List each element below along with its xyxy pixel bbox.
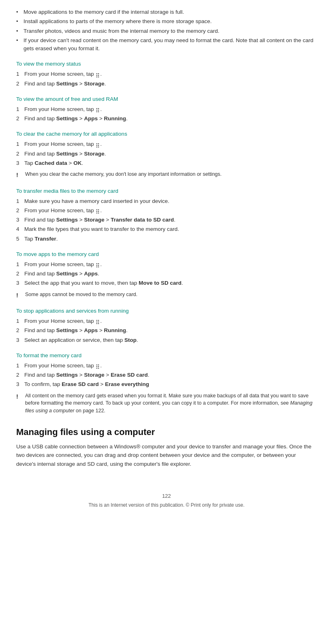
step-3: 3 Find and tap Settings > Storage > Tran… <box>16 216 317 224</box>
step-text: Tap Transfer. <box>24 235 317 243</box>
step-4: 4 Mark the file types that you want to t… <box>16 225 317 233</box>
step-num: 2 <box>16 371 24 379</box>
warning-format-card: ! All content on the memory card gets er… <box>16 392 317 415</box>
apps-icon: ⠿ <box>96 142 100 147</box>
heading-view-ram: To view the amount of free and used RAM <box>16 96 317 102</box>
bullet-item-1: Move applications to the memory card if … <box>16 8 317 16</box>
step-num: 1 <box>16 140 24 148</box>
step-text: Find and tap Settings > Storage > Erase … <box>24 371 317 379</box>
step-num: 1 <box>16 70 24 78</box>
step-text: Find and tap Settings > Storage. <box>24 80 317 88</box>
step-num: 2 <box>16 80 24 88</box>
bullet-item-4: If your device can't read content on the… <box>16 36 317 53</box>
step-num: 1 <box>16 362 24 370</box>
step-text: From your Home screen, tap ⠿. <box>24 70 317 78</box>
step-num: 5 <box>16 235 24 243</box>
step-text: Find and tap Settings > Storage. <box>24 150 317 158</box>
step-1: 1 Make sure you have a memory card inser… <box>16 197 317 205</box>
section-clear-cache: To clear the cache memory for all applic… <box>16 131 317 179</box>
steps-view-memory-status: 1 From your Home screen, tap ⠿. 2 Find a… <box>16 70 317 88</box>
step-num: 2 <box>16 150 24 158</box>
step-text: From your Home screen, tap ⠿. <box>24 317 317 325</box>
step-5: 5 Tap Transfer. <box>16 235 317 243</box>
step-text: From your Home screen, tap ⠿. <box>24 140 317 148</box>
step-text: To confirm, tap Erase SD card > Erase ev… <box>24 380 317 388</box>
steps-clear-cache: 1 From your Home screen, tap ⠿. 2 Find a… <box>16 140 317 167</box>
step-num: 4 <box>16 225 24 233</box>
step-1: 1 From your Home screen, tap ⠿. <box>16 317 317 325</box>
step-2: 2 Find and tap Settings > Apps > Running… <box>16 326 317 335</box>
step-text: Find and tap Settings > Apps. <box>24 270 317 278</box>
step-1: 1 From your Home screen, tap ⠿. <box>16 70 317 78</box>
step-3: 3 Select the app that you want to move, … <box>16 279 317 287</box>
big-section-body: Use a USB cable connection between a Win… <box>16 442 317 469</box>
steps-view-ram: 1 From your Home screen, tap ⠿. 2 Find a… <box>16 105 317 123</box>
warning-text: When you clear the cache memory, you don… <box>25 171 317 178</box>
step-3: 3 Tap Cached data > OK. <box>16 159 317 167</box>
section-move-apps: To move apps to the memory card 1 From y… <box>16 251 317 300</box>
step-num: 2 <box>16 270 24 278</box>
step-2: 2 Find and tap Settings > Apps > Running… <box>16 115 317 123</box>
step-num: 3 <box>16 380 24 388</box>
step-text: Select an application or service, then t… <box>24 336 317 344</box>
warning-icon: ! <box>16 171 25 180</box>
heading-move-apps: To move apps to the memory card <box>16 251 317 257</box>
step-num: 3 <box>16 279 24 287</box>
step-2: 2 Find and tap Settings > Apps. <box>16 270 317 278</box>
step-text: From your Home screen, tap ⠿. <box>24 260 317 269</box>
step-3: 3 To confirm, tap Erase SD card > Erase … <box>16 380 317 388</box>
step-text: Select the app that you want to move, th… <box>24 279 317 287</box>
step-text: From your Home screen, tap ⠿. <box>24 362 317 370</box>
step-num: 1 <box>16 197 24 205</box>
step-num: 2 <box>16 326 24 335</box>
step-num: 1 <box>16 105 24 113</box>
section-transfer-media: To transfer media files to the memory ca… <box>16 188 317 243</box>
step-3: 3 Select an application or service, then… <box>16 336 317 344</box>
step-text: Find and tap Settings > Apps > Running. <box>24 115 317 123</box>
steps-format-card: 1 From your Home screen, tap ⠿. 2 Find a… <box>16 362 317 389</box>
step-text: From your Home screen, tap ⠿. <box>24 207 317 215</box>
steps-transfer-media: 1 Make sure you have a memory card inser… <box>16 197 317 243</box>
warning-text: Some apps cannot be moved to the memory … <box>25 291 317 299</box>
apps-icon: ⠿ <box>96 262 100 267</box>
section-view-memory-status: To view the memory status 1 From your Ho… <box>16 61 317 88</box>
heading-format-card: To format the memory card <box>16 352 317 358</box>
apps-icon: ⠿ <box>96 72 100 77</box>
step-num: 2 <box>16 207 24 215</box>
apps-icon: ⠿ <box>96 208 100 213</box>
step-text: Find and tap Settings > Apps > Running. <box>24 326 317 335</box>
step-text: Find and tap Settings > Storage > Transf… <box>24 216 317 224</box>
steps-move-apps: 1 From your Home screen, tap ⠿. 2 Find a… <box>16 260 317 288</box>
step-text: Make sure you have a memory card inserte… <box>24 197 317 205</box>
page-number: 122 <box>16 493 317 499</box>
step-num: 3 <box>16 159 24 167</box>
section-format-card: To format the memory card 1 From your Ho… <box>16 352 317 415</box>
step-1: 1 From your Home screen, tap ⠿. <box>16 140 317 148</box>
apps-icon: ⠿ <box>96 363 100 368</box>
step-1: 1 From your Home screen, tap ⠿. <box>16 362 317 370</box>
big-section: Managing files using a computer Use a US… <box>16 427 317 469</box>
footer-text: This is an Internet version of this publ… <box>16 502 317 508</box>
step-2: 2 Find and tap Settings > Storage. <box>16 150 317 158</box>
step-text: From your Home screen, tap ⠿. <box>24 105 317 113</box>
warning-icon: ! <box>16 392 25 401</box>
step-2: 2 From your Home screen, tap ⠿. <box>16 207 317 215</box>
bullet-item-2: Install applications to parts of the mem… <box>16 17 317 26</box>
step-2: 2 Find and tap Settings > Storage > Eras… <box>16 371 317 379</box>
apps-icon: ⠿ <box>96 319 100 324</box>
step-1: 1 From your Home screen, tap ⠿. <box>16 105 317 113</box>
apps-icon: ⠿ <box>96 107 100 112</box>
warning-text: All content on the memory card gets eras… <box>25 392 317 415</box>
step-num: 2 <box>16 115 24 123</box>
step-num: 3 <box>16 336 24 344</box>
bullet-item-3: Transfer photos, videos and music from t… <box>16 27 317 35</box>
step-text: Tap Cached data > OK. <box>24 159 317 167</box>
steps-stop-apps: 1 From your Home screen, tap ⠿. 2 Find a… <box>16 317 317 344</box>
step-num: 3 <box>16 216 24 224</box>
step-num: 1 <box>16 317 24 325</box>
intro-bullet-list: Move applications to the memory card if … <box>16 8 317 53</box>
step-1: 1 From your Home screen, tap ⠿. <box>16 260 317 269</box>
step-text: Mark the file types that you want to tra… <box>24 225 317 233</box>
step-2: 2 Find and tap Settings > Storage. <box>16 80 317 88</box>
heading-view-memory-status: To view the memory status <box>16 61 317 67</box>
